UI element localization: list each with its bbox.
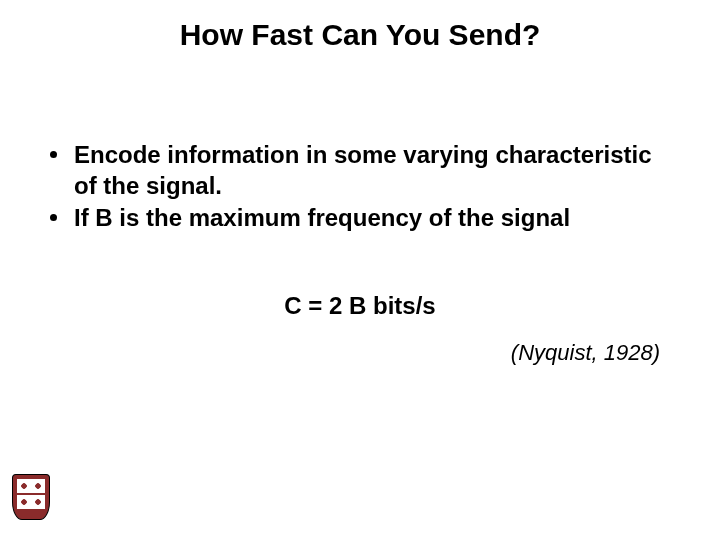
attribution-text: (Nyquist, 1928) xyxy=(511,340,660,366)
bullet-item: Encode information in some varying chara… xyxy=(46,140,680,201)
bullet-list: Encode information in some varying chara… xyxy=(46,140,680,236)
bullet-text: Encode information in some varying chara… xyxy=(74,141,652,199)
bullet-dot-icon xyxy=(50,151,57,158)
formula-text: C = 2 B bits/s xyxy=(0,292,720,320)
slide-title: How Fast Can You Send? xyxy=(0,18,720,52)
bullet-dot-icon xyxy=(50,214,57,221)
university-crest-icon xyxy=(12,474,48,524)
bullet-text: If B is the maximum frequency of the sig… xyxy=(74,204,570,231)
bullet-item: If B is the maximum frequency of the sig… xyxy=(46,203,680,234)
